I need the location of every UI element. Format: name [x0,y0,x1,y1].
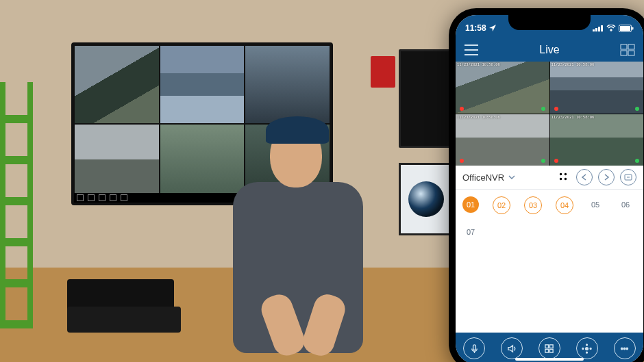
grid-icon[interactable] [538,337,560,359]
record-indicator-icon [460,159,464,163]
camera-timestamp: 11/23/2021 10:58:06 [457,62,500,66]
phone-notch [508,15,591,30]
svg-rect-10 [628,51,634,55]
record-indicator-icon [554,107,558,111]
channel-chip-04[interactable]: 04 [556,196,573,214]
camera-timestamp: 11/23/2021 10:58:06 [457,115,500,119]
menu-button[interactable] [464,44,479,56]
svg-rect-7 [621,44,627,49]
svg-point-24 [582,348,584,349]
phone-frame: 11:58 Live 11/23/2021 10:58:06 11/23/202… [449,8,644,362]
fire-alarm [371,56,395,88]
layout-switch-button[interactable] [620,44,635,56]
svg-rect-16 [473,344,476,350]
ptz-icon[interactable] [576,337,598,359]
channel-chip-03[interactable]: 03 [524,196,542,214]
online-indicator-icon [635,159,639,163]
device-selector[interactable]: OfficeNVR [462,172,552,183]
svg-point-28 [626,348,628,349]
device-selector-label: OfficeNVR [462,172,504,183]
stream-quality-icon[interactable] [620,169,636,185]
online-indicator-icon [635,107,639,111]
svg-rect-1 [595,28,597,31]
channel-label: 04 [560,201,569,209]
channel-chip-05[interactable]: 05 [587,196,604,213]
tablet-display [399,163,454,235]
svg-rect-6 [632,27,634,29]
camera-tile-1[interactable]: 11/23/2021 10:58:06 [456,62,549,114]
channel-label: 01 [467,201,475,209]
svg-point-26 [621,348,623,349]
camera-tile-3[interactable]: 11/23/2021 10:58:06 [456,114,549,166]
speaker-icon[interactable] [501,337,523,359]
svg-point-27 [623,348,625,349]
channel-chip-06[interactable]: 06 [617,196,634,213]
camera-timestamp: 11/23/2021 10:58:06 [552,115,595,119]
grid-view-icon[interactable] [556,169,571,184]
record-indicator-icon [554,159,558,163]
svg-rect-0 [593,29,595,31]
svg-rect-5 [620,26,630,31]
svg-rect-20 [550,349,554,352]
wifi-icon [606,25,616,31]
channel-label: 02 [497,201,506,209]
nvr-device-stack-lower [67,307,181,333]
svg-point-23 [586,352,588,353]
device-toolbar-row: OfficeNVR [456,166,643,190]
mic-icon[interactable] [463,337,485,359]
prev-icon[interactable] [576,169,593,185]
svg-point-11 [560,173,562,175]
svg-point-21 [586,347,589,350]
svg-point-22 [586,344,588,345]
svg-point-13 [560,178,562,180]
home-indicator[interactable] [515,358,584,361]
location-arrow-icon [489,25,496,31]
svg-rect-19 [545,349,549,352]
online-indicator-icon [541,159,545,163]
svg-rect-9 [621,51,627,55]
chevron-down-icon [508,174,515,181]
camera-timestamp: 11/23/2021 10:58:06 [552,62,595,66]
more-icon[interactable] [614,337,636,359]
header-title: Live [456,44,643,56]
channel-label: 05 [591,201,599,209]
battery-icon [619,25,634,32]
svg-point-12 [565,173,567,175]
svg-rect-8 [628,44,634,49]
camera-grid: 11/23/2021 10:58:06 11/23/2021 10:58:06 … [456,62,643,166]
online-indicator-icon [541,107,545,111]
svg-point-25 [590,348,591,349]
channel-label: 03 [529,201,537,209]
next-icon[interactable] [598,169,615,185]
app-header: Live [456,38,643,62]
camera-tile-2[interactable]: 11/23/2021 10:58:06 [550,62,644,114]
status-time: 11:58 [465,23,486,33]
phone-screen: 11:58 Live 11/23/2021 10:58:06 11/23/202… [456,15,643,362]
channel-list: 01 02 03 04 05 06 07 [456,190,643,247]
ladder [0,82,33,328]
svg-rect-2 [598,27,600,31]
svg-rect-18 [550,344,554,348]
camera-tile-4[interactable]: 11/23/2021 10:58:06 [550,114,644,166]
svg-rect-3 [601,25,603,31]
svg-rect-17 [545,344,549,348]
record-indicator-icon [460,107,464,111]
presenter-person [226,116,370,362]
channel-chip-01[interactable]: 01 [462,196,479,213]
svg-point-14 [565,178,567,180]
cellular-signal-icon [593,25,604,31]
channel-label: 06 [621,201,630,209]
channel-chip-07[interactable]: 07 [462,224,479,240]
channel-chip-02[interactable]: 02 [493,196,510,214]
secondary-monitor [399,49,454,148]
channel-label: 07 [467,228,475,236]
